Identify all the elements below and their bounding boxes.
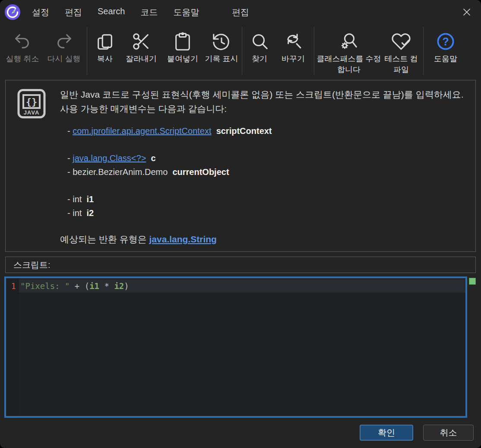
cut-label: 잘라내기	[126, 54, 157, 64]
parameter-line: - com.jprofiler.api.agent.ScriptContext …	[60, 124, 468, 138]
undo-button[interactable]: 실행 취소	[2, 25, 43, 79]
editor-status-ok-indicator	[469, 278, 476, 285]
copy-icon	[95, 29, 115, 54]
ok-button[interactable]: 확인	[360, 425, 413, 441]
titlebar: 설정 편집 Search 코드 도움말 편집	[0, 0, 481, 24]
copy-label: 복사	[97, 54, 113, 64]
menu-search[interactable]: Search	[97, 5, 126, 20]
toolbar-separator	[423, 27, 424, 75]
svg-text:?: ?	[442, 35, 449, 48]
menu-code[interactable]: 코드	[139, 5, 158, 20]
parameter-group: - int i1 - int i2	[60, 192, 468, 220]
show-history-label: 기록 표시	[205, 54, 238, 64]
java-icon: {} JAVA	[17, 89, 46, 118]
info-text: 일반 Java 코드로 구성된 표현식(후행 세미콜론 없음) 또는 스크립트(…	[60, 87, 468, 245]
string-token: "Pixels: "	[20, 281, 70, 291]
replace-icon	[283, 29, 303, 54]
svg-text:JAVA: JAVA	[24, 109, 40, 116]
classpath-gear-icon	[339, 29, 359, 54]
paste-label: 붙여넣기	[167, 54, 198, 64]
cut-icon	[131, 29, 151, 54]
close-icon	[462, 7, 472, 17]
script-editor-dialog: 설정 편집 Search 코드 도움말 편집 실행 취소	[0, 0, 481, 448]
heart-check-icon	[391, 29, 411, 54]
test-compile-button[interactable]: 테스트 컴파일	[381, 25, 421, 79]
editor-code-area[interactable]: "Pixels: " + (i1 * i2)	[19, 278, 465, 416]
redo-button[interactable]: 다시 실행	[43, 25, 85, 79]
show-history-button[interactable]: 기록 표시	[203, 25, 240, 79]
help-button[interactable]: ? 도움말	[426, 25, 465, 79]
toolbar-separator	[314, 27, 314, 75]
return-type-line: 예상되는 반환 유형은 java.lang.String	[60, 233, 468, 245]
parameter-line: - java.lang.Class<?> c	[60, 151, 468, 165]
return-type-link[interactable]: java.lang.String	[149, 234, 217, 244]
replace-label: 바꾸기	[282, 54, 305, 64]
jprofiler-logo-icon	[4, 4, 21, 20]
parameter-type: bezier.BezierAnim.Demo	[73, 167, 168, 177]
cancel-button[interactable]: 취소	[423, 425, 474, 441]
parameter-name: c	[151, 153, 155, 163]
menu-edit[interactable]: 편집	[64, 5, 83, 20]
toolbar: 실행 취소 다시 실행 복사	[0, 25, 481, 79]
help-icon: ?	[436, 29, 456, 54]
parameter-line: - int i2	[60, 206, 468, 220]
operator-token: )	[124, 281, 129, 291]
parameter-name: scriptContext	[216, 126, 272, 136]
svg-text:{}: {}	[26, 96, 38, 107]
history-icon	[212, 29, 231, 54]
info-panel: {} JAVA 일반 Java 코드로 구성된 표현식(후행 세미콜론 없음) …	[5, 80, 476, 252]
parameter-name: i2	[86, 208, 94, 218]
editor-gutter: 1	[6, 278, 19, 416]
redo-label: 다시 실행	[47, 54, 80, 64]
parameter-type: int	[73, 208, 82, 218]
parameter-name: currentObject	[172, 167, 229, 177]
class-type-link[interactable]: java.lang.Class<?>	[73, 153, 146, 163]
redo-icon	[54, 29, 74, 54]
toolbar-separator	[242, 27, 242, 75]
cut-button[interactable]: 잘라내기	[120, 25, 162, 79]
undo-label: 실행 취소	[6, 54, 39, 64]
variable-token: i2	[114, 281, 124, 291]
parameter-type: int	[73, 194, 82, 204]
script-section-header: 스크립트:	[5, 257, 476, 273]
find-label: 찾기	[252, 54, 267, 64]
modify-classpath-button[interactable]: 클래스패스를 수정합니다	[316, 25, 381, 79]
line-number: 1	[6, 280, 19, 292]
parameter-line: - bezier.BezierAnim.Demo currentObject	[60, 165, 468, 179]
undo-icon	[13, 29, 32, 54]
menu-help[interactable]: 도움말	[172, 5, 200, 20]
script-code-editor[interactable]: 1 "Pixels: " + (i1 * i2)	[4, 276, 467, 418]
script-label: 스크립트:	[13, 259, 51, 271]
operator-token: *	[99, 281, 114, 291]
help-label: 도움말	[434, 54, 457, 64]
find-icon	[250, 29, 269, 54]
parameter-name: i1	[86, 194, 94, 204]
paste-button[interactable]: 붙여넣기	[162, 25, 203, 79]
parameter-group: - java.lang.Class<?> c - bezier.BezierAn…	[60, 151, 468, 179]
close-button[interactable]	[459, 6, 474, 19]
test-compile-label: 테스트 컴파일	[381, 54, 421, 75]
editor-description: 일반 Java 코드로 구성된 표현식(후행 세미콜론 없음) 또는 스크립트(…	[60, 87, 468, 116]
replace-button[interactable]: 바꾸기	[275, 25, 312, 79]
menubar: 설정 편집 Search 코드 도움말	[31, 5, 200, 20]
menu-settings[interactable]: 설정	[31, 5, 50, 20]
copy-button[interactable]: 복사	[89, 25, 120, 79]
toolbar-separator	[87, 27, 87, 75]
parameter-line: - int i1	[60, 192, 468, 206]
code-line[interactable]: "Pixels: " + (i1 * i2)	[19, 280, 465, 292]
scriptcontext-type-link[interactable]: com.jprofiler.api.agent.ScriptContext	[73, 126, 211, 136]
find-button[interactable]: 찾기	[244, 25, 275, 79]
paste-icon	[173, 29, 193, 54]
parameter-group: - com.jprofiler.api.agent.ScriptContext …	[60, 124, 468, 138]
variable-token: i1	[89, 281, 99, 291]
operator-token: + (	[70, 281, 89, 291]
modify-classpath-label: 클래스패스를 수정합니다	[316, 54, 381, 75]
